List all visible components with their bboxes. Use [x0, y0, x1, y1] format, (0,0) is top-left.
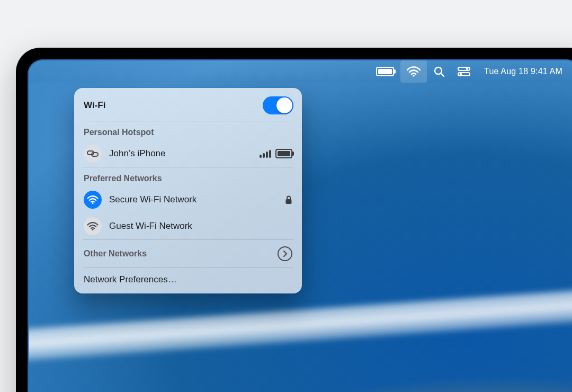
lock-icon	[285, 195, 292, 204]
search-icon	[433, 66, 445, 77]
network-name: Secure Wi-Fi Network	[109, 194, 278, 205]
hotspot-icon	[84, 145, 102, 163]
network-preferences-link[interactable]: Network Preferences…	[74, 268, 302, 292]
section-personal-hotspot: Personal Hotspot	[74, 121, 302, 140]
laptop-frame: Tue Aug 18 9:41 AM Wi-Fi Personal Hotspo…	[16, 48, 572, 392]
network-item[interactable]: Secure Wi-Fi Network	[74, 186, 302, 213]
svg-point-5	[460, 73, 462, 75]
section-label: Other Networks	[84, 249, 147, 259]
section-preferred-networks: Preferred Networks	[74, 167, 302, 186]
menu-bar-clock[interactable]: Tue Aug 18 9:41 AM	[477, 60, 569, 83]
chevron-right-icon	[278, 246, 292, 261]
wifi-toggle[interactable]	[263, 96, 293, 114]
network-name: Guest Wi-Fi Network	[109, 221, 292, 231]
menu-bar-spotlight[interactable]	[427, 60, 451, 83]
svg-point-10	[92, 229, 94, 230]
svg-point-0	[413, 75, 415, 77]
hotspot-item[interactable]: John’s iPhone	[74, 140, 302, 167]
svg-rect-9	[286, 199, 292, 204]
section-label: Personal Hotspot	[84, 128, 154, 137]
menu-bar-control-center[interactable]	[451, 60, 477, 83]
menu-bar-wifi[interactable]	[400, 60, 427, 83]
hotspot-name: John’s iPhone	[109, 148, 252, 159]
wifi-title: Wi-Fi	[84, 100, 105, 111]
wifi-connected-icon	[84, 191, 102, 209]
control-center-icon	[458, 67, 470, 76]
wifi-icon	[407, 66, 421, 77]
signal-bars-icon	[260, 149, 271, 158]
clock-text: Tue Aug 18 9:41 AM	[484, 67, 562, 76]
svg-point-3	[466, 68, 468, 70]
section-other-networks[interactable]: Other Networks	[74, 240, 302, 268]
wifi-available-icon	[84, 217, 102, 235]
network-item[interactable]: Guest Wi-Fi Network	[74, 213, 302, 239]
menu-bar-battery[interactable]	[370, 60, 400, 83]
footer-label: Network Preferences…	[84, 274, 177, 284]
battery-icon	[376, 67, 394, 76]
section-label: Preferred Networks	[84, 174, 162, 183]
menu-bar: Tue Aug 18 9:41 AM	[29, 60, 572, 83]
hotspot-battery-icon	[275, 149, 292, 158]
screen-bezel: Tue Aug 18 9:41 AM Wi-Fi Personal Hotspo…	[28, 59, 572, 392]
wifi-popover: Wi-Fi Personal Hotspot John’s iPhone	[74, 88, 302, 293]
svg-point-1	[435, 67, 442, 74]
wifi-header-row: Wi-Fi	[74, 89, 302, 121]
svg-point-8	[92, 202, 94, 204]
